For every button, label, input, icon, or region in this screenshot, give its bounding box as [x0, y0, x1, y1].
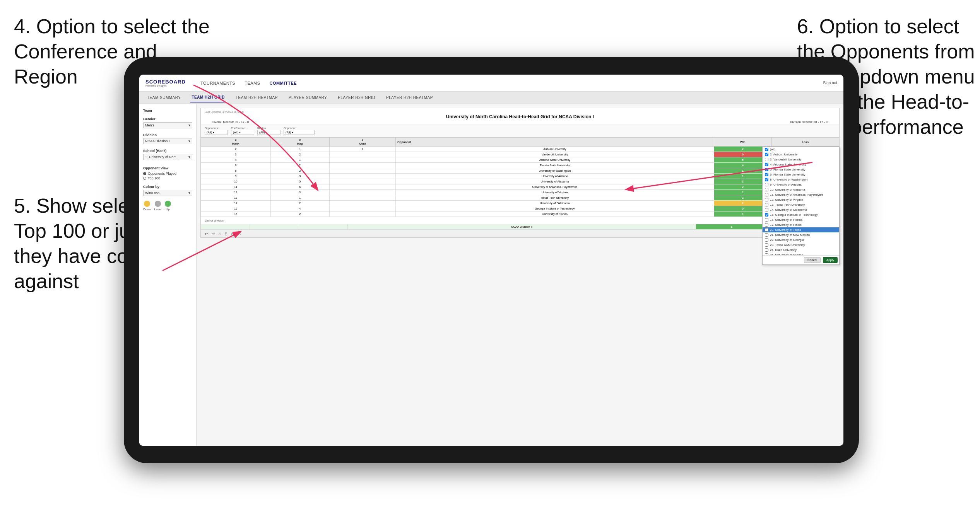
dropdown-item[interactable]: 16. University of Florida: [763, 217, 839, 222]
colour-select[interactable]: Win/Loss▾: [143, 190, 192, 196]
dropdown-item-checkbox[interactable]: [765, 168, 768, 171]
subnav-player-summary[interactable]: PLAYER SUMMARY: [287, 93, 328, 102]
cell-rag: 2: [270, 168, 329, 174]
dropdown-item[interactable]: 2. Auburn University: [763, 152, 839, 157]
opponent-view-radios: Opponents Played Top 100: [143, 172, 192, 180]
subnav-team-h2h-grid[interactable]: TEAM H2H GRID: [190, 93, 226, 102]
subnav-player-h2h-heatmap[interactable]: PLAYER H2H HEATMAP: [385, 93, 434, 102]
dropdown-item-label: (All): [770, 148, 775, 151]
dropdown-item-checkbox[interactable]: [765, 223, 768, 227]
dropdown-item[interactable]: 8. University of Washington: [763, 177, 839, 182]
sidebar-colour-section: Colour by Win/Loss▾: [143, 185, 192, 196]
grid-records: Overall Record: 89 - 17 - 0 Division Rec…: [205, 120, 835, 124]
nav-tournaments[interactable]: TOURNAMENTS: [200, 81, 235, 85]
dropdown-item-checkbox[interactable]: [765, 213, 768, 217]
dropdown-item-checkbox[interactable]: [765, 243, 768, 247]
dropdown-item[interactable]: 14. University of Oklahoma: [763, 207, 839, 212]
dropdown-item-checkbox[interactable]: [765, 218, 768, 222]
school-select[interactable]: 1. University of Nort...▾: [143, 154, 192, 160]
grid-header-bar: Last Updated: 4/7/2024 16:55:38 Universi…: [201, 108, 839, 125]
grid-title: University of North Carolina Head-to-Hea…: [205, 114, 835, 119]
dropdown-item[interactable]: 4. Arizona State University: [763, 162, 839, 167]
subnav-player-h2h-grid[interactable]: PLAYER H2H GRID: [336, 93, 377, 102]
dropdown-item-checkbox[interactable]: [765, 198, 768, 201]
dropdown-item[interactable]: 13. Texas Tech University: [763, 202, 839, 207]
dropdown-item-checkbox[interactable]: [765, 203, 768, 206]
cancel-button[interactable]: Cancel: [804, 257, 821, 263]
dropdown-item-checkbox[interactable]: [765, 158, 768, 161]
legend-dot-down: [144, 201, 150, 207]
cell-conf: [329, 157, 395, 163]
redo-btn[interactable]: ↪: [211, 231, 215, 236]
conference-filter-select[interactable]: (All) ▾: [231, 130, 254, 135]
dropdown-item-checkbox[interactable]: [765, 148, 768, 151]
dropdown-item[interactable]: 9. University of Arizona: [763, 182, 839, 187]
app-content: Team Gender Men's▾ Division NCAA Divisio…: [139, 104, 843, 446]
dropdown-item[interactable]: 25. University of Oregon: [763, 252, 839, 255]
dropdown-item-label: 6. Florida State University: [770, 173, 806, 176]
dropdown-item-label: 23. Texas A&M University: [770, 243, 805, 247]
division-select[interactable]: NCAA Division I▾: [143, 138, 192, 144]
col-conf: #Conf: [329, 138, 395, 147]
dropdown-item[interactable]: 21. University of New Mexico: [763, 232, 839, 237]
copy-btn[interactable]: ⎘: [224, 231, 228, 236]
dropdown-item-checkbox[interactable]: [765, 233, 768, 237]
crop-btn[interactable]: ✂: [230, 231, 235, 236]
main-area: Last Updated: 4/7/2024 16:55:38 Universi…: [197, 104, 843, 446]
dropdown-item-checkbox[interactable]: [765, 153, 768, 156]
dropdown-item-checkbox[interactable]: [765, 178, 768, 181]
nav-committee[interactable]: COMMITTEE: [270, 81, 297, 85]
dropdown-item-label: 12. University of Virginia: [770, 198, 803, 201]
dropdown-item[interactable]: 5. Florida State University: [763, 167, 839, 172]
dropdown-item[interactable]: 23. Texas A&M University: [763, 242, 839, 247]
dropdown-item[interactable]: 17. University of Illinois: [763, 222, 839, 227]
opponent-filter-select[interactable]: (All) ▾: [284, 130, 315, 135]
dropdown-item-checkbox[interactable]: [765, 163, 768, 166]
dropdown-item-checkbox[interactable]: [765, 208, 768, 211]
undo-btn[interactable]: ↩: [204, 231, 209, 236]
subnav-team-h2h-heatmap[interactable]: TEAM H2H HEATMAP: [234, 93, 279, 102]
subnav-team-summary[interactable]: TEAM SUMMARY: [145, 93, 183, 102]
dropdown-item-label: 4. Arizona State University: [770, 163, 806, 166]
dropdown-item[interactable]: 12. University of Virginia: [763, 197, 839, 202]
radio-opponents-played[interactable]: Opponents Played: [143, 172, 192, 176]
dropdown-item[interactable]: 10. University of Alabama: [763, 187, 839, 192]
dropdown-item-checkbox[interactable]: [765, 193, 768, 196]
dropdown-item[interactable]: 6. Florida State University: [763, 172, 839, 177]
cell-conf: [329, 184, 395, 190]
dropdown-list: (All)2. Auburn University3. Vanderbilt U…: [763, 147, 839, 255]
timer-btn[interactable]: ⏱: [237, 231, 243, 236]
nav-teams[interactable]: TEAMS: [245, 81, 260, 85]
dropdown-item-checkbox[interactable]: [765, 228, 768, 232]
dropdown-item[interactable]: 24. Duke University: [763, 247, 839, 252]
region-filter-select[interactable]: (All) ▾: [257, 130, 280, 135]
home-btn[interactable]: ⌂: [218, 231, 222, 236]
dropdown-item[interactable]: 3. Vanderbilt University: [763, 157, 839, 162]
dropdown-item-checkbox[interactable]: [765, 188, 768, 191]
radio-top100[interactable]: Top 100: [143, 176, 192, 180]
signout-link[interactable]: Sign out: [823, 81, 837, 85]
dropdown-item[interactable]: 11. University of Arkansas, Fayetteville: [763, 192, 839, 197]
dropdown-item-checkbox[interactable]: [765, 173, 768, 176]
dropdown-item-checkbox[interactable]: [765, 248, 768, 252]
dropdown-item-checkbox[interactable]: [765, 238, 768, 242]
dropdown-item[interactable]: 20. University of Texas: [763, 227, 839, 232]
out-of-division-row: NCAA Division II 1 0: [201, 224, 839, 230]
cell-conf: [329, 168, 395, 174]
gender-select[interactable]: Men's▾: [143, 122, 192, 128]
cell-name: Arizona State University: [395, 157, 714, 163]
dropdown-item[interactable]: 22. University of Georgia: [763, 237, 839, 242]
cell-name: Georgia Institute of Technology: [395, 206, 714, 211]
dropdown-item-label: 2. Auburn University: [770, 153, 798, 156]
cell-rank: 6: [201, 163, 271, 168]
dropdown-item[interactable]: 15. Georgia Institute of Technology: [763, 212, 839, 217]
overall-record: Overall Record: 89 - 17 - 0: [212, 120, 249, 124]
table-row: 6 2 Florida State University 4 2: [201, 163, 839, 168]
opponents-filter-select[interactable]: (All) ▾: [205, 130, 228, 135]
dropdown-item[interactable]: (All): [763, 147, 839, 152]
col-rag: #Rag: [270, 138, 329, 147]
apply-button[interactable]: Apply: [823, 257, 838, 263]
dropdown-item-checkbox[interactable]: [765, 253, 768, 255]
dropdown-item-checkbox[interactable]: [765, 183, 768, 186]
cell-rank: 3: [201, 152, 271, 157]
